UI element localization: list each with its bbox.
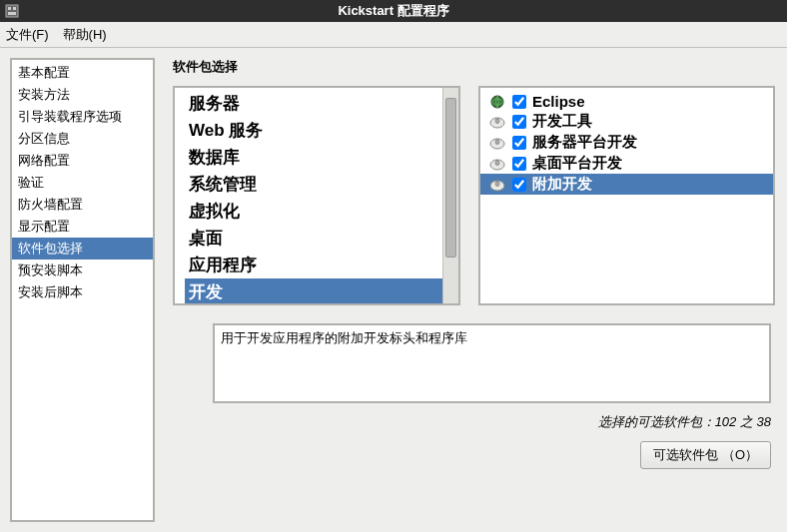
main-panel: 软件包选择 服务器Web 服务数据库系统管理虚拟化桌面应用程序开发语言支持 Ec… [155, 48, 787, 532]
package-label: 附加开发 [532, 175, 592, 194]
svg-rect-2 [13, 7, 16, 10]
sidebar-item-2[interactable]: 引导装载程序选项 [12, 106, 153, 128]
sidebar-item-4[interactable]: 网络配置 [12, 150, 153, 172]
package-label: Eclipse [532, 93, 585, 110]
sidebar-item-5[interactable]: 验证 [12, 172, 153, 194]
svg-rect-0 [6, 5, 18, 17]
package-row-3[interactable]: 桌面平台开发 [480, 153, 773, 174]
package-row-0[interactable]: Eclipse [480, 92, 773, 111]
category-item-5[interactable]: 桌面 [185, 225, 458, 252]
sidebar-item-8[interactable]: 软件包选择 [12, 238, 153, 260]
category-scrollbar[interactable] [442, 88, 458, 303]
sidebar-item-6[interactable]: 防火墙配置 [12, 194, 153, 216]
svg-rect-1 [8, 7, 11, 10]
globe-icon [488, 94, 506, 110]
package-checkbox-1[interactable] [512, 115, 526, 129]
optional-packages-button[interactable]: 可选软件包 （O） [640, 441, 771, 469]
sidebar-item-7[interactable]: 显示配置 [12, 216, 153, 238]
description-box: 用于开发应用程序的附加开发标头和程序库 [213, 323, 771, 403]
sidebar: 基本配置安装方法引导装载程序选项分区信息网络配置验证防火墙配置显示配置软件包选择… [10, 58, 155, 522]
package-label: 桌面平台开发 [532, 154, 622, 173]
sidebar-item-0[interactable]: 基本配置 [12, 62, 153, 84]
package-checkbox-2[interactable] [512, 136, 526, 150]
mouse-icon [488, 135, 506, 151]
package-row-2[interactable]: 服务器平台开发 [480, 132, 773, 153]
svg-rect-3 [8, 12, 16, 15]
category-item-0[interactable]: 服务器 [185, 90, 458, 117]
package-checkbox-4[interactable] [512, 178, 526, 192]
package-row-1[interactable]: 开发工具 [480, 111, 773, 132]
package-pane: Eclipse开发工具服务器平台开发桌面平台开发附加开发 [478, 86, 775, 305]
mouse-icon [488, 156, 506, 172]
package-label: 服务器平台开发 [532, 133, 637, 152]
category-pane: 服务器Web 服务数据库系统管理虚拟化桌面应用程序开发语言支持 [173, 86, 460, 305]
category-item-1[interactable]: Web 服务 [185, 117, 458, 144]
package-checkbox-0[interactable] [512, 95, 526, 109]
menubar: 文件(F) 帮助(H) [0, 22, 787, 48]
mouse-icon [488, 177, 506, 193]
category-item-6[interactable]: 应用程序 [185, 252, 458, 278]
category-item-4[interactable]: 虚拟化 [185, 198, 458, 225]
sidebar-item-1[interactable]: 安装方法 [12, 84, 153, 106]
titlebar: Kickstart 配置程序 [0, 0, 787, 22]
category-item-2[interactable]: 数据库 [185, 144, 458, 171]
scrollbar-thumb[interactable] [445, 98, 456, 258]
category-item-3[interactable]: 系统管理 [185, 171, 458, 198]
package-label: 开发工具 [532, 112, 592, 131]
sidebar-item-10[interactable]: 安装后脚本 [12, 281, 153, 303]
sidebar-item-3[interactable]: 分区信息 [12, 128, 153, 150]
section-title: 软件包选择 [173, 58, 775, 76]
menu-help[interactable]: 帮助(H) [63, 26, 107, 44]
category-item-7[interactable]: 开发 [185, 278, 442, 305]
mouse-icon [488, 114, 506, 130]
svg-point-4 [491, 96, 503, 108]
app-icon [4, 3, 20, 19]
package-checkbox-3[interactable] [512, 157, 526, 171]
menu-file[interactable]: 文件(F) [6, 26, 49, 44]
status-text: 选择的可选软件包：102 之 38 [598, 413, 771, 431]
content: 基本配置安装方法引导装载程序选项分区信息网络配置验证防火墙配置显示配置软件包选择… [0, 48, 787, 532]
sidebar-item-9[interactable]: 预安装脚本 [12, 260, 153, 281]
package-row-4[interactable]: 附加开发 [480, 174, 773, 195]
window-title: Kickstart 配置程序 [338, 2, 448, 20]
